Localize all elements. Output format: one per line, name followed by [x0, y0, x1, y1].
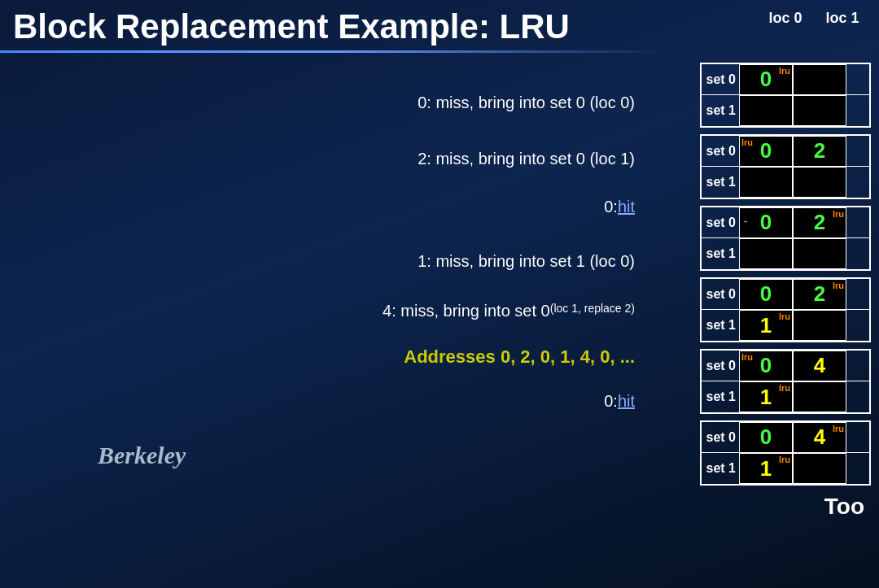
snap4-s0c0: 0 — [739, 279, 793, 310]
step-3-row: 0: hit — [16, 198, 684, 216]
snap3-s1c0 — [739, 238, 793, 269]
snapshot-4: set 0 0 lru 2 set 1 1 lru — [700, 277, 871, 342]
snapshot-5: set 0 lru 0 4 set 1 1 lru — [700, 349, 871, 414]
page-title: Block Replacement Example: LRU — [0, 0, 879, 50]
step-5-text: 4: miss, bring into set 0 — [383, 302, 550, 320]
snap5-s1c0-lru: lru — [779, 383, 790, 393]
snap6-s0c1: lru 4 — [793, 422, 846, 453]
snap2-s1c1 — [793, 167, 846, 198]
snap6-s1c0: 1 lru — [739, 453, 793, 484]
snap3-set0-label: set 0 — [702, 216, 739, 230]
step-4-text: 1: miss, bring into set 1 (loc 0) — [418, 252, 635, 271]
snap6-set0: set 0 0 lru 4 — [702, 422, 869, 453]
col-header-loc0: loc 0 — [757, 10, 814, 27]
snap3-s0c1-val: 2 — [814, 210, 825, 235]
snap4-s1c0: 1 lru — [739, 310, 793, 341]
column-headers: loc 0 loc 1 — [757, 10, 871, 27]
snap2-s1c0 — [739, 167, 793, 198]
snap4-set1: set 1 1 lru — [702, 310, 869, 341]
snap4-set1-label: set 1 — [702, 318, 739, 333]
col-header-loc1: loc 1 — [814, 10, 871, 27]
snap3-dash: - — [743, 213, 748, 230]
snap5-s0c1-val: 4 — [814, 353, 825, 378]
berkeley-text: Berkeley — [98, 442, 186, 468]
snap3-s0c1: lru 2 — [793, 207, 846, 238]
snap2-set1: set 1 — [702, 167, 869, 198]
snap4-s0c1-lru: lru — [833, 281, 844, 290]
snap3-s0c0-val: 0 — [760, 210, 772, 235]
snap6-set1-label: set 1 — [702, 461, 739, 476]
snap2-s0c0-val: 0 — [760, 138, 772, 163]
snap4-s1c0-val: 1 — [760, 313, 772, 338]
snap1-set1: set 1 — [702, 95, 869, 126]
snap1-set0-label: set 0 — [702, 72, 739, 87]
snap2-set0-cells: lru 0 2 — [739, 136, 846, 167]
snap5-s0c0-val: 0 — [760, 353, 772, 378]
snap4-set0-label: set 0 — [702, 287, 739, 302]
snap4-s0c1-val: 2 — [814, 281, 825, 307]
snap4-set0-cells: 0 lru 2 — [739, 279, 846, 310]
snap5-set1-cells: 1 lru — [739, 381, 846, 412]
snap3-set1-label: set 1 — [702, 246, 739, 261]
snap1-set1-label: set 1 — [702, 103, 739, 118]
snap1-set1-cell1 — [793, 95, 846, 126]
snap6-s1c0-lru: lru — [779, 455, 790, 464]
snap4-s1c1 — [793, 310, 846, 341]
snap4-set0: set 0 0 lru 2 — [702, 279, 869, 310]
snap1-set1-cells — [739, 95, 846, 126]
snap5-s1c0: 1 lru — [739, 381, 793, 412]
snap6-s0c0-val: 0 — [760, 425, 772, 450]
snap5-s1c0-val: 1 — [760, 385, 772, 410]
snap5-set0-cells: lru 0 4 — [739, 351, 846, 381]
step-4-row: 1: miss, bring into set 1 (loc 0) — [16, 252, 684, 271]
snap5-s0c1: 4 — [793, 351, 846, 381]
snapshot-2: set 0 lru 0 2 set 1 — [700, 134, 871, 199]
snap6-set0-label: set 0 — [702, 430, 739, 445]
snap6-s0c1-lru: lru — [833, 424, 844, 433]
addresses-text: Addresses 0, 2, 0, 1, 4, 0, ... — [404, 346, 635, 368]
snap4-s1c0-lru: lru — [779, 311, 790, 321]
snap5-set1-label: set 1 — [702, 390, 739, 404]
snap4-set1-cells: 1 lru — [739, 310, 846, 341]
snap2-s0c1-val: 2 — [814, 138, 825, 163]
snap6-s0c1-val: 4 — [814, 425, 825, 450]
snap1-set0-cells: 0 lru — [739, 64, 846, 95]
snap3-set1: set 1 — [702, 238, 869, 269]
snap6-set1: set 1 1 lru — [702, 453, 869, 484]
snap2-s0c1: 2 — [793, 136, 846, 167]
snap5-s0c0: lru 0 — [739, 351, 793, 381]
snap5-set0: set 0 lru 0 4 — [702, 351, 869, 381]
step-2-text: 2: miss, bring into set 0 (loc 1) — [418, 150, 635, 168]
snap2-s0c0: lru 0 — [739, 136, 793, 167]
step-7-hit[interactable]: hit — [618, 392, 635, 411]
snap5-s0c0-lru: lru — [741, 352, 753, 362]
snap1-set0-cell1 — [793, 64, 846, 95]
step-1-text: 0: miss, bring into set 0 (loc 0) — [418, 94, 635, 112]
snap3-s0c0: - 0 — [739, 207, 793, 238]
snap3-s1c1 — [793, 238, 846, 269]
main-content: 0: miss, bring into set 0 (loc 0) 2: mis… — [0, 61, 879, 588]
snap5-s1c1 — [793, 381, 846, 412]
berkeley-logo: Berkeley — [16, 442, 684, 469]
snap2-set1-label: set 1 — [702, 175, 739, 189]
step-3-label: 0: — [604, 198, 618, 216]
step-2-row: 2: miss, bring into set 0 (loc 1) — [16, 150, 684, 168]
snap2-set0-label: set 0 — [702, 144, 739, 159]
snap3-set0: set 0 - 0 lru 2 — [702, 207, 869, 238]
snap4-s0c1: lru 2 — [793, 279, 846, 310]
step-5-small: (loc 1, replace 2) — [550, 302, 635, 320]
too-text: Too — [824, 494, 864, 519]
snap1-set0: set 0 0 lru — [702, 64, 869, 95]
step-7-row: 0: hit — [16, 392, 684, 411]
step-3-hit[interactable]: hit — [618, 198, 635, 216]
right-panel: set 0 0 lru set 1 set 0 — [700, 61, 879, 588]
snap1-s0c0-val: 0 — [760, 67, 772, 92]
snap3-s0c1-lru: lru — [833, 209, 844, 219]
divider-line — [0, 50, 667, 53]
snapshot-6: set 0 0 lru 4 set 1 1 lru — [700, 420, 871, 486]
snap6-s1c1 — [793, 453, 846, 484]
snap6-s0c0: 0 — [739, 422, 793, 453]
snap2-set0: set 0 lru 0 2 — [702, 136, 869, 167]
snap3-set0-cells: - 0 lru 2 — [739, 207, 846, 238]
addresses-row: Addresses 0, 2, 0, 1, 4, 0, ... — [16, 346, 684, 368]
